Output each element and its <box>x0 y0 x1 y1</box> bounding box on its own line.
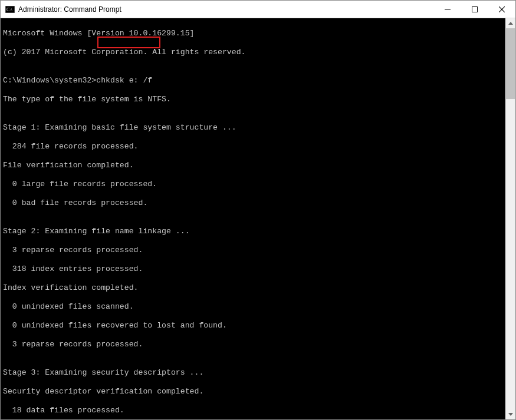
output-line: File verification completed. <box>3 161 503 170</box>
prompt-path: C:\Windows\system32> <box>3 76 96 85</box>
close-button[interactable] <box>488 1 515 18</box>
output-line: 3 reparse records processed. <box>3 246 503 255</box>
prompt-command: chkdsk e: /f <box>96 76 152 85</box>
output-line: 318 index entries processed. <box>3 264 503 274</box>
output-line: 0 large file records processed. <box>3 180 503 189</box>
output-line: 18 data files processed. <box>3 406 503 415</box>
vertical-scrollbar[interactable] <box>505 18 515 419</box>
svg-text:C:\: C:\ <box>6 7 13 12</box>
output-line: Microsoft Windows [Version 10.0.16299.15… <box>3 29 503 38</box>
output-line: Stage 1: Examining basic file system str… <box>3 123 503 133</box>
svg-rect-3 <box>472 6 478 12</box>
cmd-icon: C:\ <box>5 5 15 14</box>
console-area: Microsoft Windows [Version 10.0.16299.15… <box>1 18 515 419</box>
output-line: 0 unindexed files scanned. <box>3 302 503 312</box>
output-line: Stage 2: Examining file name linkage ... <box>3 227 503 236</box>
output-line: 284 file records processed. <box>3 142 503 151</box>
scroll-up-arrow-icon[interactable] <box>505 18 515 28</box>
output-line: Index verification completed. <box>3 283 503 293</box>
window-controls <box>434 1 515 18</box>
svg-marker-6 <box>508 22 513 25</box>
window-title: Administrator: Command Prompt <box>18 5 434 14</box>
prompt-line: C:\Windows\system32>chkdsk e: /f <box>3 76 503 85</box>
output-line: (c) 2017 Microsoft Corporation. All righ… <box>3 48 503 57</box>
output-line: 3 reparse records processed. <box>3 340 503 349</box>
output-line: Security descriptor verification complet… <box>3 387 503 396</box>
output-line: 0 unindexed files recovered to lost and … <box>3 321 503 330</box>
output-line: Stage 3: Examining security descriptors … <box>3 368 503 378</box>
svg-marker-7 <box>508 413 513 416</box>
output-line: The type of the file system is NTFS. <box>3 95 503 104</box>
maximize-button[interactable] <box>461 1 488 18</box>
minimize-button[interactable] <box>434 1 461 18</box>
console-output[interactable]: Microsoft Windows [Version 10.0.16299.15… <box>1 18 505 419</box>
titlebar: C:\ Administrator: Command Prompt <box>1 1 515 18</box>
scroll-thumb[interactable] <box>506 28 515 99</box>
output-line: 0 bad file records processed. <box>3 199 503 208</box>
scroll-down-arrow-icon[interactable] <box>505 409 515 419</box>
